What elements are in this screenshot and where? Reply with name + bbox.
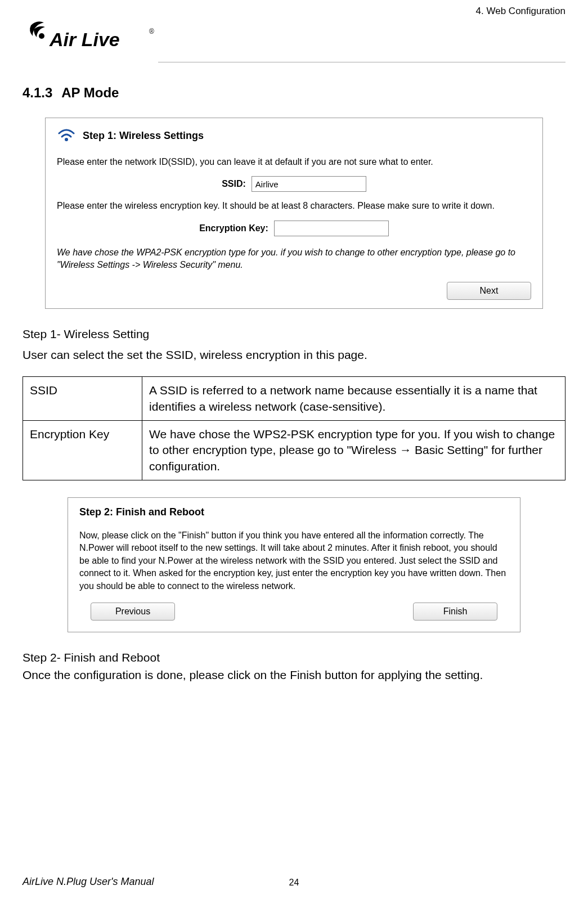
step2-body: Once the configuration is done, please c… [23,667,565,683]
step2-instruction: Now, please click on the "Finish" button… [79,529,509,592]
step2-title: Step 2: Finish and Reboot [79,506,204,518]
next-button[interactable]: Next [447,282,531,300]
svg-text:Air Live: Air Live [49,29,120,50]
chapter-reference: 4. Web Configuration [476,6,565,17]
encryption-key-input[interactable] [274,221,389,236]
ssid-instruction: Please enter the network ID(SSID), you c… [57,156,531,168]
finish-button[interactable]: Finish [413,603,497,621]
screenshot-wireless-settings: Step 1: Wireless Settings Please enter t… [45,118,543,309]
ssid-input[interactable] [252,176,366,192]
page-footer: AirLive N.Plug User's Manual 24 [23,876,565,888]
ssid-label: SSID: [222,179,246,189]
ssid-row: SSID: [57,176,531,192]
previous-button[interactable]: Previous [91,603,175,621]
svg-point-0 [39,33,44,39]
desc-ssid: A SSID is referred to a network name bec… [142,377,565,421]
header-divider [158,62,565,62]
term-ssid: SSID [23,377,142,421]
encryption-label: Encryption Key: [199,223,268,233]
table-row: Encryption Key We have chose the WPS2-PS… [23,421,565,480]
encryption-note: We have chose the WPA2-PSK encryption ty… [57,246,531,272]
step2-heading: Step 2- Finish and Reboot [23,649,565,666]
table-row: SSID A SSID is referred to a network nam… [23,377,565,421]
definitions-table: SSID A SSID is referred to a network nam… [23,376,565,480]
step1-body: User can select the set the SSID, wirele… [23,347,565,363]
page: Air Live ® 4. Web Configuration 4.1.3 AP… [0,0,588,899]
step1-title: Step 1: Wireless Settings [83,130,204,142]
term-encryption-key: Encryption Key [23,421,142,480]
step1-header: Step 1: Wireless Settings [57,127,531,145]
step2-button-row: Previous Finish [79,603,509,621]
manual-title: AirLive N.Plug User's Manual [23,876,154,888]
desc-encryption-key: We have chose the WPS2-PSK encryption ty… [142,421,565,480]
section-title: AP Mode [61,85,119,100]
section-number: 4.1.3 [23,85,52,100]
page-number: 24 [289,878,299,888]
step1-heading: Step 1- Wireless Setting [23,326,565,342]
page-header: Air Live ® 4. Web Configuration [23,6,565,62]
svg-text:®: ® [149,28,154,35]
step2-header: Step 2: Finish and Reboot [79,506,509,518]
section-heading: 4.1.3 AP Mode [23,85,565,101]
encryption-instruction: Please enter the wireless encryption key… [57,200,531,212]
brand-logo: Air Live ® [23,17,158,62]
svg-point-3 [65,138,68,141]
next-button-row: Next [57,282,531,300]
wifi-icon [57,127,76,145]
encryption-row: Encryption Key: [57,221,531,236]
screenshot-finish-reboot: Step 2: Finish and Reboot Now, please cl… [68,497,520,632]
